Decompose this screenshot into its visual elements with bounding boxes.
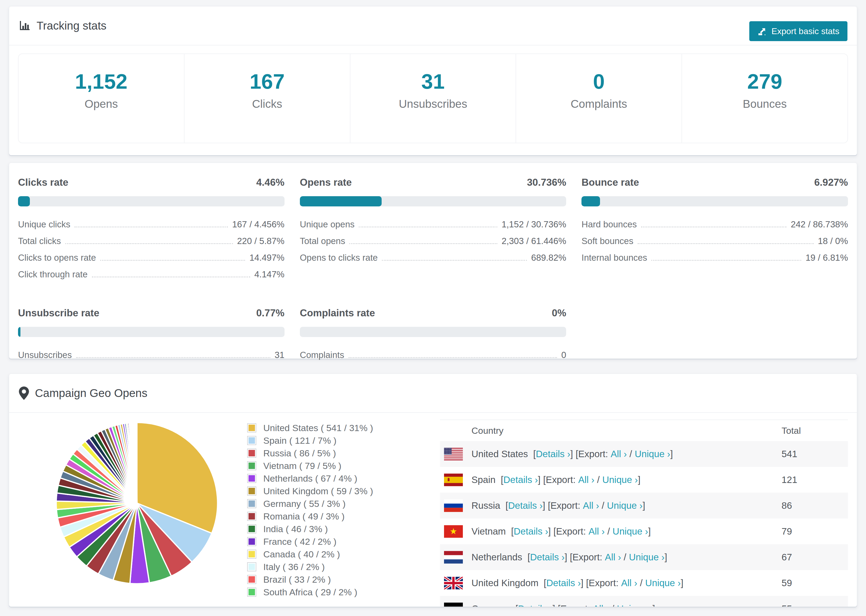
legend-item: South Africa ( 29 / 2% ) <box>247 587 373 597</box>
legend-swatch <box>247 562 256 571</box>
rate-percent: 6.927% <box>814 177 848 188</box>
rate-head: Unsubscribe rate 0.77% <box>18 308 285 319</box>
details-link[interactable]: Details › <box>536 449 570 459</box>
country-name: United States <box>471 449 528 459</box>
legend-label: Brazil ( 33 / 2% ) <box>263 574 331 585</box>
rate-head: Opens rate 30.736% <box>300 177 567 188</box>
detail-value: 19 / 6.81% <box>806 253 848 263</box>
geo-country-table: Country Total United States [Details ›] … <box>440 420 848 607</box>
country-total: 79 <box>781 526 848 537</box>
export-all-link[interactable]: All › <box>605 552 621 562</box>
detail-label: Unsubscribes <box>18 350 72 360</box>
pie-slice-other[interactable] <box>137 423 137 503</box>
legend-label: Canada ( 40 / 2% ) <box>263 549 340 559</box>
dotted-leader <box>651 260 801 261</box>
detail-value: 0 <box>561 350 566 360</box>
detail-label: Soft bounces <box>581 236 633 246</box>
export-unique-link[interactable]: Unique › <box>607 500 642 511</box>
details-link[interactable]: Details › <box>518 603 553 607</box>
stat-detail-row: Unique clicks 167 / 4.456% <box>18 216 285 233</box>
legend-label: Spain ( 121 / 7% ) <box>263 435 337 446</box>
details-link[interactable]: Details › <box>508 500 542 511</box>
details-link[interactable]: Details › <box>530 552 565 562</box>
detail-value: 4.147% <box>254 269 285 280</box>
detail-value: 31 <box>275 350 285 360</box>
legend-label: Germany ( 55 / 3% ) <box>263 498 346 509</box>
dotted-leader <box>74 226 228 227</box>
rate-head: Complaints rate 0% <box>300 308 567 319</box>
progress-bar-fill <box>300 196 382 206</box>
legend-item: United States ( 541 / 31% ) <box>247 423 373 433</box>
export-all-link[interactable]: All › <box>621 578 637 588</box>
stat-label: Complaints <box>516 97 682 110</box>
legend-item: Canada ( 40 / 2% ) <box>247 549 373 559</box>
legend-swatch <box>247 537 256 546</box>
rate-detail-rows: Hard bounces 242 / 86.738% Soft bounces … <box>581 216 848 266</box>
export-all-link[interactable]: All › <box>583 500 599 511</box>
country-flag-nl <box>444 551 463 564</box>
export-unique-link[interactable]: Unique › <box>629 552 664 562</box>
country-name: Spain <box>471 475 496 485</box>
detail-value: 167 / 4.456% <box>232 219 285 229</box>
stat-detail-row: Internal bounces 19 / 6.81% <box>581 250 848 266</box>
tracking-stats-title-text: Tracking stats <box>36 19 107 32</box>
detail-label: Total clicks <box>18 236 61 246</box>
stat-value: 167 <box>184 70 350 94</box>
details-link[interactable]: Details › <box>504 475 538 485</box>
rate-block: Complaints rate 0% Complaints 0 <box>300 308 567 363</box>
export-unique-link[interactable]: Unique › <box>617 603 652 607</box>
export-unique-link[interactable]: Unique › <box>612 526 648 536</box>
geo-title: Campaign Geo Opens <box>19 387 147 400</box>
dotted-leader <box>641 226 786 227</box>
export-all-link[interactable]: All › <box>578 475 594 485</box>
table-row: Germany [Details ›] [Export: All › / Uni… <box>440 596 848 607</box>
detail-value: 14.497% <box>249 253 284 263</box>
export-basic-stats-button[interactable]: Export basic stats <box>749 21 847 41</box>
legend-item: United Kingdom ( 59 / 3% ) <box>247 486 373 497</box>
export-icon <box>757 26 767 36</box>
dotted-leader <box>100 260 245 261</box>
legend-swatch <box>247 474 256 483</box>
table-row: United States [Details ›] [Export: All ›… <box>440 441 848 467</box>
dotted-leader <box>350 243 497 244</box>
tracking-stats-card: Tracking stats Export basic stats 1,152 … <box>9 6 857 156</box>
rates-grid: Clicks rate 4.46% Unique clicks 167 / 4.… <box>9 163 857 363</box>
export-unique-link[interactable]: Unique › <box>645 578 681 588</box>
export-button-label: Export basic stats <box>772 26 839 36</box>
table-row: United Kingdom [Details ›] [Export: All … <box>440 570 848 596</box>
legend-swatch <box>247 486 256 496</box>
rate-title: Opens rate <box>300 177 352 188</box>
legend-swatch <box>247 575 256 584</box>
country-flag-vn <box>444 525 463 538</box>
map-pin-icon <box>19 387 29 400</box>
export-unique-link[interactable]: Unique › <box>602 475 638 485</box>
legend-swatch <box>247 499 256 508</box>
country-flag-gb <box>444 577 463 589</box>
export-all-link[interactable]: All › <box>593 603 609 607</box>
legend-swatch <box>247 436 256 445</box>
export-all-link[interactable]: All › <box>611 449 627 459</box>
geo-table-header-row: Country Total <box>440 420 848 441</box>
legend-item: Russia ( 86 / 5% ) <box>247 448 373 459</box>
progress-bar <box>581 196 848 206</box>
table-row: Netherlands [Details ›] [Export: All › /… <box>440 544 848 570</box>
geo-body: United States ( 541 / 31% ) Spain ( 121 … <box>9 413 857 607</box>
details-link[interactable]: Details › <box>514 526 548 536</box>
stat-detail-row: Total clicks 220 / 5.87% <box>18 233 285 250</box>
export-unique-link[interactable]: Unique › <box>635 449 670 459</box>
legend-swatch <box>247 423 256 432</box>
stat-detail-row: Total opens 2,303 / 61.446% <box>300 233 567 250</box>
detail-value: 1,152 / 30.736% <box>502 219 566 229</box>
country-cell: Russia [Details ›] [Export: All › / Uniq… <box>440 499 781 512</box>
legend-item: France ( 42 / 2% ) <box>247 536 373 547</box>
stat-detail-row: Unsubscribes 31 <box>18 347 285 363</box>
stat-detail-row: Unique opens 1,152 / 30.736% <box>300 216 567 233</box>
rate-detail-rows: Unique clicks 167 / 4.456% Total clicks … <box>18 216 285 283</box>
details-link[interactable]: Details › <box>546 578 581 588</box>
legend-label: Russia ( 86 / 5% ) <box>263 448 336 459</box>
country-total: 55 <box>781 603 848 607</box>
export-all-link[interactable]: All › <box>589 526 605 536</box>
stat-card: 279 Bounces <box>682 54 847 143</box>
country-cell: United Kingdom [Details ›] [Export: All … <box>440 577 781 589</box>
rate-percent: 0% <box>552 308 566 319</box>
